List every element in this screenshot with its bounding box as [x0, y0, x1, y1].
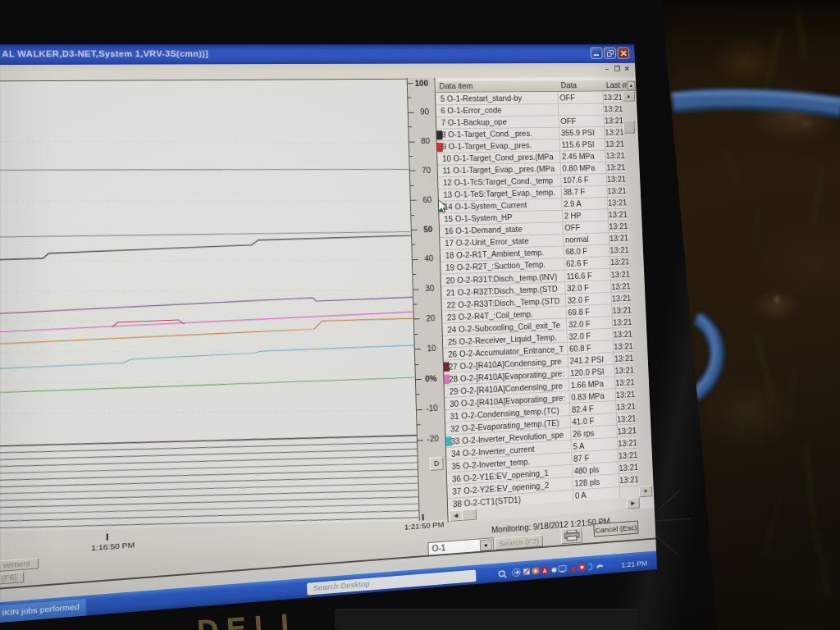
svg-text:A: A	[543, 568, 547, 573]
